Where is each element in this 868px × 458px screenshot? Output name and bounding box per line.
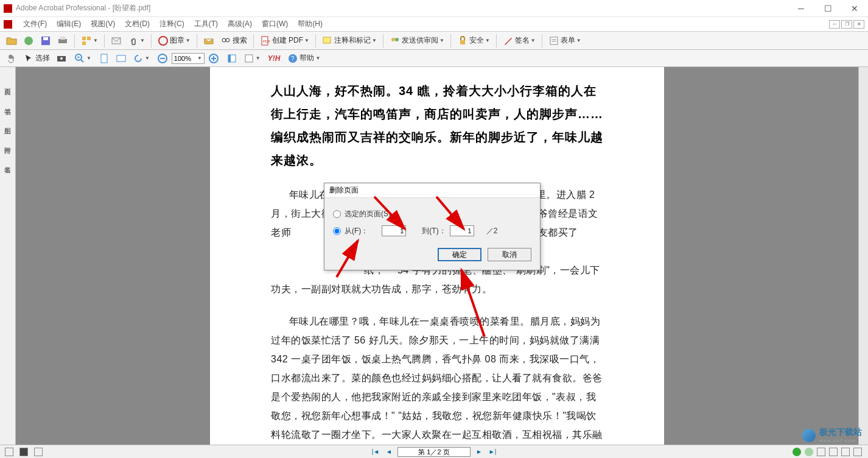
from-page-input[interactable] — [382, 225, 406, 236]
facing-view[interactable] — [841, 448, 850, 456]
radio-selected-pages[interactable] — [333, 210, 341, 218]
annotate-label: 注释和标记 — [334, 35, 371, 46]
menu-file[interactable]: 文件(F) — [18, 19, 52, 29]
security-label: 安全 — [469, 35, 484, 46]
menubar: 文件(F) 编辑(E) 视图(V) 文档(D) 注释(C) 工具(T) 高级(A… — [0, 17, 868, 32]
back-button[interactable] — [793, 448, 801, 456]
create-pdf-label: 创建 PDF — [272, 35, 303, 46]
tab-signatures[interactable]: 签名 — [1, 157, 14, 166]
menu-view[interactable]: 视图(V) — [86, 19, 120, 29]
window-controls: ─ ☐ ✕ — [788, 0, 868, 17]
single-page-view[interactable] — [817, 448, 825, 456]
last-page-button[interactable]: ►| — [488, 447, 497, 457]
svg-line-25 — [81, 60, 83, 62]
zoom-in-button[interactable] — [206, 52, 222, 65]
forward-button[interactable] — [805, 448, 813, 456]
continuous-facing-view[interactable] — [853, 448, 862, 456]
menu-tools[interactable]: 工具(T) — [189, 19, 223, 29]
svg-rect-7 — [82, 41, 86, 45]
doc-paragraph-1: 人山人海，好不热闹。34 瞧，拎着大大小小行李箱的人在街上行走，汽车的鸣笛声，商… — [271, 79, 603, 172]
svg-rect-4 — [60, 37, 65, 40]
form-button[interactable]: 表单▼ — [546, 34, 584, 48]
statusbar: |◄ ◄ 第 1／2 页 ► ►| — [0, 445, 868, 458]
prev-page-button[interactable]: ◄ — [384, 447, 394, 457]
to-page-input[interactable] — [450, 225, 474, 236]
cancel-button[interactable]: 取消 — [488, 248, 531, 261]
reading-dropdown[interactable]: ▼ — [241, 52, 263, 65]
maximize-button[interactable]: ☐ — [814, 0, 841, 17]
svg-rect-19 — [550, 37, 558, 44]
continuous-view[interactable] — [829, 448, 838, 456]
doc-paragraph-3: 年味儿在哪里？哦，年味儿在一桌桌香喷喷的菜肴里。腊月底，妈妈为过年的饭菜忙活了 … — [271, 312, 603, 445]
window-title: Adobe Acrobat Professional - [盼望着.pdf] — [16, 3, 150, 13]
create-pdf-button[interactable]: PDF创建 PDF▼ — [257, 34, 312, 48]
security-button[interactable]: 安全▼ — [455, 34, 492, 48]
tab-bookmarks[interactable]: 书签 — [1, 99, 14, 107]
ocr-button[interactable]: Y!H — [265, 52, 283, 65]
ok-button[interactable]: 确定 — [438, 248, 481, 261]
mdi-minimize[interactable]: ─ — [829, 20, 840, 29]
menu-advanced[interactable]: 高级(A) — [223, 19, 257, 29]
open-web-button[interactable] — [21, 34, 37, 48]
page-size-icon[interactable] — [5, 448, 13, 456]
svg-rect-3 — [58, 39, 67, 43]
annotate-button[interactable]: 注释和标记▼ — [320, 34, 379, 48]
menu-window[interactable]: 窗口(W) — [257, 19, 293, 29]
mdi-close[interactable]: ✕ — [853, 20, 864, 29]
svg-rect-15 — [323, 37, 331, 43]
email-button[interactable] — [108, 34, 124, 48]
svg-text:?: ? — [291, 55, 295, 62]
layout-icon[interactable] — [19, 448, 28, 456]
attach-button[interactable]: ▼ — [125, 34, 147, 48]
radio-from-to[interactable] — [333, 227, 341, 235]
tab-layers[interactable]: 图层 — [1, 118, 14, 127]
envelope-button[interactable] — [201, 34, 217, 48]
print-button[interactable] — [55, 34, 71, 48]
svg-point-10 — [222, 38, 226, 42]
fit-width-button[interactable] — [113, 52, 129, 65]
svg-point-0 — [24, 37, 33, 45]
layout-icon-2[interactable] — [34, 448, 43, 456]
page-indicator[interactable]: 第 1／2 页 — [397, 447, 471, 457]
first-page-button[interactable]: |◄ — [371, 447, 380, 457]
page-navigation: |◄ ◄ 第 1／2 页 ► ►| — [371, 447, 497, 457]
tab-attachments[interactable]: 附件 — [1, 138, 14, 146]
tab-pages[interactable]: 页面 — [1, 79, 14, 88]
hand-tool[interactable] — [4, 52, 19, 65]
total-pages-label: ／2 — [486, 226, 498, 236]
send-review-button[interactable]: 发送供审阅▼ — [387, 34, 447, 48]
next-page-button[interactable]: ► — [474, 447, 484, 457]
sign-button[interactable]: 签名▼ — [500, 34, 538, 48]
svg-rect-6 — [87, 37, 91, 40]
stamp-button[interactable]: 图章▼ — [155, 34, 193, 48]
open-button[interactable] — [4, 34, 19, 48]
zoom-in-tool[interactable]: ▼ — [72, 52, 94, 65]
close-button[interactable]: ✕ — [841, 0, 868, 17]
fit-page-button[interactable] — [96, 52, 112, 65]
menu-help[interactable]: 帮助(H) — [293, 19, 327, 29]
snapshot-tool[interactable] — [54, 52, 69, 65]
svg-rect-36 — [228, 55, 231, 62]
help-button[interactable]: ?帮助▼ — [285, 52, 323, 65]
svg-rect-5 — [82, 37, 86, 40]
menu-comment[interactable]: 注释(C) — [155, 19, 189, 29]
minimize-button[interactable]: ─ — [788, 0, 814, 17]
zoom-level-input[interactable]: 100%▼ — [172, 53, 205, 64]
menu-edit[interactable]: 编辑(E) — [52, 19, 86, 29]
save-button[interactable] — [38, 34, 54, 48]
to-label: 到(T)： — [422, 226, 446, 236]
dialog-title: 删除页面 — [324, 183, 540, 198]
help-label: 帮助 — [299, 53, 314, 63]
mdi-restore[interactable]: ❐ — [841, 20, 852, 29]
send-review-label: 发送供审阅 — [402, 35, 438, 46]
menu-document[interactable]: 文档(D) — [120, 19, 155, 29]
vertical-scrollbar[interactable] — [858, 67, 868, 445]
watermark-url: www.xz7.com — [819, 438, 862, 443]
select-tool[interactable]: 选择 — [21, 52, 52, 65]
svg-rect-29 — [117, 55, 125, 62]
organize-button[interactable]: ▼ — [79, 34, 100, 48]
reading-mode-button[interactable] — [224, 52, 240, 65]
rotate-button[interactable]: ▼ — [130, 52, 152, 65]
search-button[interactable]: 搜索 — [218, 34, 250, 48]
zoom-out-button[interactable] — [155, 52, 170, 65]
